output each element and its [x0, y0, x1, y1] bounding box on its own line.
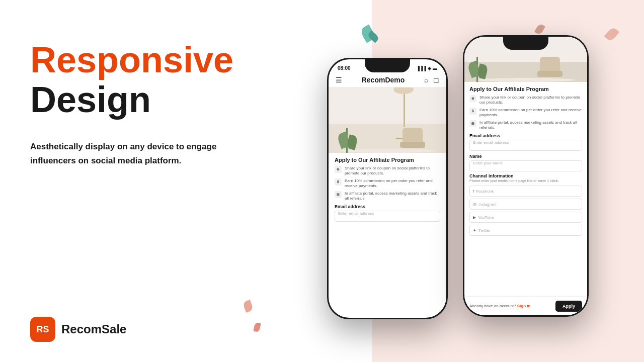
bottom-action-bar: Already have an account? Sign in Apply — [464, 296, 587, 315]
right-feature-text-2: Earn 10% commission on per order you ref… — [479, 108, 582, 118]
logo-icon: RS — [30, 317, 55, 342]
email-label: Email address — [335, 204, 440, 209]
share-icon: ⊕ — [335, 166, 342, 173]
plant-stem-right — [476, 57, 478, 82]
youtube-input[interactable]: ▶ YouTube — [469, 212, 582, 223]
battery-icon: ▬ — [433, 66, 437, 71]
email-input-placeholder[interactable]: Enter email address — [335, 211, 440, 222]
phone-right-mockup: Apply to Our Affiliate Program ⊕ Share y… — [463, 35, 589, 317]
right-name-placeholder: Enter your name — [473, 161, 503, 165]
right-share-icon: ⊕ — [469, 95, 476, 102]
app-affiliate-content: Apply to Our Affiliate Program ⊕ Share y… — [329, 153, 446, 226]
channel-info-subtitle: Please enter your media home page link o… — [469, 178, 582, 183]
signal-icon: ▐▐▐ — [417, 66, 426, 71]
chair-seat — [400, 142, 425, 148]
facebook-icon: f — [473, 189, 474, 194]
feature-item-1: ⊕ Share your link or coupon on social pl… — [335, 166, 440, 176]
portal-icon: ⊞ — [335, 191, 342, 198]
room-chair — [400, 128, 425, 153]
phone-left-mockup: 08:00 ▐▐▐ ◈ ▬ ☰ RecomDemo ⌕ ◻ — [327, 58, 448, 319]
phone-notch — [365, 59, 410, 72]
chair-back — [403, 128, 423, 142]
search-icon[interactable]: ⌕ — [424, 76, 428, 84]
feature-item-2: $ Earn 10% commission on per order you r… — [335, 178, 440, 189]
phone-right-screen: Apply to Our Affiliate Program ⊕ Share y… — [464, 37, 587, 315]
right-email-label: Email address — [469, 133, 582, 138]
right-feature-1: ⊕ Share your link or coupon on social pl… — [469, 95, 582, 106]
affiliate-program-title: Apply to Our Affiliate Program — [335, 157, 440, 163]
twitter-placeholder: Twitter — [478, 228, 491, 233]
sign-in-link[interactable]: Sign in — [517, 304, 531, 308]
room-plant — [346, 128, 348, 153]
right-feature-3: ⊞ In affiliate portal, access marketing … — [469, 120, 582, 131]
right-affiliate-title: Apply to Our Affiliate Program — [469, 86, 582, 92]
right-feature-2: $ Earn 10% commission on per order you r… — [469, 108, 582, 118]
phone-left-screen: 08:00 ▐▐▐ ◈ ▬ ☰ RecomDemo ⌕ ◻ — [329, 59, 446, 318]
app-header: ☰ RecomDemo ⌕ ◻ — [329, 73, 446, 87]
email-placeholder-text: Enter email address — [338, 211, 374, 216]
feature-text-1: Share your link or coupon on social plat… — [345, 166, 440, 176]
product-image — [329, 87, 446, 153]
app-title: RecomDemo — [362, 76, 405, 84]
headline-block: Responsive Design Aesthetically display … — [30, 40, 242, 167]
youtube-placeholder: YouTube — [478, 215, 494, 220]
facebook-placeholder: Facebook — [476, 189, 494, 194]
twitter-input[interactable]: ✦ Twitter — [469, 225, 582, 236]
instagram-input[interactable]: ◎ Instagram — [469, 199, 582, 210]
status-icons: ▐▐▐ ◈ ▬ — [417, 66, 437, 71]
right-feature-text-3: In affiliate portal, access marketing as… — [479, 120, 582, 131]
status-time: 08:00 — [338, 65, 351, 71]
right-email-input[interactable]: Enter email address — [469, 140, 582, 151]
feature-text-2: Earn 10% commission on per order you ref… — [345, 178, 440, 189]
headline-line1: Responsive — [30, 40, 242, 80]
chair-seat-right — [537, 71, 562, 77]
feature-text-3: In affiliate portal, access marketing as… — [345, 191, 440, 202]
subtitle-text: Aesthetically display on any device to e… — [30, 140, 221, 167]
cart-icon[interactable]: ◻ — [433, 76, 439, 84]
right-name-label: Name — [469, 154, 582, 159]
plant-stem — [346, 128, 348, 153]
chair-back-right — [540, 57, 560, 71]
right-portal-icon: ⊞ — [469, 120, 476, 127]
room-plant-right — [476, 57, 478, 82]
room-scene — [329, 87, 446, 153]
logo-icon-text: RS — [36, 324, 49, 335]
room-wall — [329, 87, 446, 125]
channel-info-title: Channel Information — [469, 173, 582, 178]
instagram-icon: ◎ — [473, 202, 476, 207]
youtube-icon: ▶ — [473, 215, 476, 220]
phone-right-affiliate-content: Apply to Our Affiliate Program ⊕ Share y… — [464, 82, 587, 296]
phone-right-notch — [503, 37, 548, 50]
instagram-placeholder: Instagram — [478, 202, 497, 207]
facebook-input[interactable]: f Facebook — [469, 186, 582, 197]
logo-area: RS RecomSale — [30, 317, 242, 342]
right-commission-icon: $ — [469, 108, 476, 115]
room-chair-right — [537, 57, 562, 82]
logo-name: RecomSale — [61, 322, 126, 336]
right-name-input[interactable]: Enter your name — [469, 160, 582, 171]
commission-icon: $ — [335, 178, 342, 186]
twitter-icon: ✦ — [473, 228, 476, 233]
wifi-icon: ◈ — [428, 66, 431, 71]
already-account-label: Already have an account? — [469, 304, 516, 308]
headline-line2: Design — [30, 80, 242, 120]
right-email-placeholder: Enter email address — [473, 140, 509, 145]
header-action-icons: ⌕ ◻ — [424, 76, 439, 84]
right-feature-text-1: Share your link or coupon on social plat… — [479, 95, 582, 106]
menu-icon[interactable]: ☰ — [336, 76, 342, 84]
room-lamp — [404, 94, 405, 127]
apply-button[interactable]: Apply — [555, 301, 582, 312]
left-content-area: Responsive Design Aesthetically display … — [0, 0, 272, 362]
phones-showcase: 08:00 ▐▐▐ ◈ ▬ ☰ RecomDemo ⌕ ◻ — [272, 0, 644, 362]
already-account-text: Already have an account? Sign in — [469, 304, 530, 308]
feature-item-3: ⊞ In affiliate portal, access marketing … — [335, 191, 440, 202]
